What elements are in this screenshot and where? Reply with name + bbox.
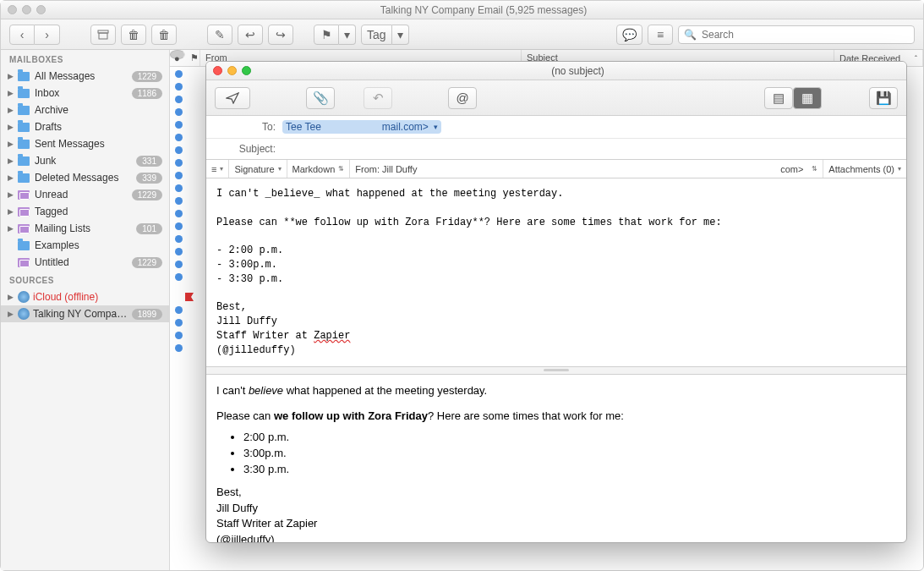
to-field[interactable]: Tee Tee mail.com> ▾ xyxy=(282,120,898,134)
globe-icon xyxy=(18,308,30,320)
unread-dot-icon xyxy=(175,96,183,103)
view-split-button[interactable]: ▦ xyxy=(793,87,822,109)
minimize-button[interactable] xyxy=(227,66,237,75)
to-label: To: xyxy=(215,121,282,133)
compose-title: (no subject) xyxy=(256,65,899,77)
sidebar-heading-mailboxes: MAILBOXES xyxy=(1,50,169,68)
sidebar-item-drafts[interactable]: ▶Drafts xyxy=(1,118,169,135)
sidebar-item-all-messages[interactable]: ▶All Messages1229 xyxy=(1,68,169,85)
folder-icon xyxy=(18,123,30,132)
junk-button[interactable]: 🗑 xyxy=(121,25,146,45)
window-title: Talking NY Company Email (5,925 messages… xyxy=(51,4,916,16)
traffic-dot-inactive[interactable] xyxy=(36,5,46,14)
smart-folder-icon xyxy=(18,207,30,217)
sidebar-source-talkingny[interactable]: ▶Talking NY Company…1899 xyxy=(1,305,169,322)
undo-button[interactable]: ↶ xyxy=(364,87,392,109)
compose-toolbar: 📎 ↶ @ ▤ ▦ 💾 xyxy=(206,80,906,116)
thread-button[interactable]: 💬 xyxy=(616,25,642,45)
unread-dot-icon xyxy=(175,248,183,255)
unread-dot-icon xyxy=(175,222,183,230)
mention-button[interactable]: @ xyxy=(448,87,477,109)
sidebar: MAILBOXES ▶All Messages1229 ▶Inbox1186 ▶… xyxy=(1,50,170,570)
flag-button[interactable]: ⚑ xyxy=(314,25,339,45)
sidebar-item-examples[interactable]: ▶Examples xyxy=(1,237,169,254)
reply-button[interactable]: ↩ xyxy=(238,25,263,45)
compose-button[interactable]: ✎ xyxy=(207,25,232,45)
unread-dot-icon xyxy=(175,108,183,116)
options-menu[interactable]: ≡▾ xyxy=(206,160,229,178)
traffic-dot-inactive[interactable] xyxy=(22,5,31,14)
sidebar-item-deleted[interactable]: ▶Deleted Messages339 xyxy=(1,169,169,186)
sidebar-heading-sources: SOURCES xyxy=(1,271,169,288)
from-menu[interactable]: From: Jill Duffycom>⇅ xyxy=(350,160,823,178)
folder-icon xyxy=(18,106,30,115)
unread-dot-icon xyxy=(175,273,183,281)
sidebar-source-icloud[interactable]: ▶iCloud (offline) xyxy=(1,288,169,305)
to-row: To: Tee Tee mail.com> ▾ xyxy=(206,116,906,139)
format-menu[interactable]: Markdown⇅ xyxy=(287,160,351,178)
forward-button[interactable]: › xyxy=(35,25,60,45)
forward-mail-button[interactable]: ↪ xyxy=(268,25,293,45)
zoom-button[interactable] xyxy=(242,66,251,75)
main-titlebar: Talking NY Company Email (5,925 messages… xyxy=(1,1,923,19)
sidebar-item-junk[interactable]: ▶Junk331 xyxy=(1,152,169,169)
chevron-down-icon[interactable]: ▾ xyxy=(434,123,438,131)
sidebar-item-unread[interactable]: ▶Unread1229 xyxy=(1,186,169,203)
save-draft-button[interactable]: 💾 xyxy=(869,87,898,109)
folder-icon xyxy=(18,241,30,250)
unread-dot-icon xyxy=(175,83,183,91)
unread-dot-icon xyxy=(175,184,183,192)
folder-icon xyxy=(18,140,30,149)
smart-folder-icon xyxy=(18,258,30,267)
search-field[interactable]: 🔍 xyxy=(678,25,915,44)
attachments-menu[interactable]: Attachments (0)▾ xyxy=(823,160,906,178)
unread-dot-icon xyxy=(175,235,183,243)
split-handle[interactable] xyxy=(206,366,906,375)
unread-dot-icon xyxy=(175,197,183,205)
unread-dot-icon xyxy=(175,159,183,167)
flag-menu[interactable]: ▾ xyxy=(339,25,356,45)
unread-dot-icon xyxy=(175,70,183,78)
preview-pane: I can't believe what happened at the mee… xyxy=(206,375,906,542)
folder-icon xyxy=(18,173,30,183)
unread-dot-icon xyxy=(175,134,183,141)
recipient-chip[interactable]: Tee Tee mail.com> ▾ xyxy=(282,120,441,134)
headers-button[interactable]: ≡ xyxy=(648,25,673,45)
traffic-dot-inactive[interactable] xyxy=(8,5,17,14)
svg-rect-1 xyxy=(99,33,107,39)
subject-label: Subject: xyxy=(215,143,282,155)
trash-button[interactable]: 🗑 xyxy=(151,25,177,45)
close-button[interactable] xyxy=(213,66,222,75)
compose-titlebar: (no subject) xyxy=(206,62,906,80)
main-toolbar: ‹ › 🗑 🗑 ✎ ↩ ↪ ⚑ ▾ Tag ▾ 💬 ≡ 🔍 xyxy=(1,19,923,50)
drag-handle-icon xyxy=(544,369,569,371)
message-status-strip xyxy=(170,67,195,570)
search-input[interactable] xyxy=(702,29,909,41)
sidebar-item-tagged[interactable]: ▶Tagged xyxy=(1,203,169,220)
unread-dot-icon xyxy=(175,172,183,179)
sidebar-item-archive[interactable]: ▶Archive xyxy=(1,102,169,118)
smart-folder-icon xyxy=(18,190,30,200)
flag-icon xyxy=(185,293,194,301)
signature-menu[interactable]: Signature▾ xyxy=(229,160,287,178)
sidebar-item-untitled[interactable]: ▶Untitled1229 xyxy=(1,254,169,271)
sidebar-item-mailinglists[interactable]: ▶Mailing Lists101 xyxy=(1,220,169,237)
unread-dot-icon xyxy=(175,306,183,314)
tag-button[interactable]: Tag xyxy=(361,25,392,45)
compose-options-bar: ≡▾ Signature▾ Markdown⇅ From: Jill Duffy… xyxy=(206,160,906,178)
back-button[interactable]: ‹ xyxy=(9,25,35,45)
markdown-editor[interactable]: I can't _believe_ what happened at the m… xyxy=(206,178,906,366)
send-button[interactable] xyxy=(215,87,250,109)
view-raw-button[interactable]: ▤ xyxy=(764,87,793,109)
archive-button[interactable] xyxy=(90,25,116,45)
subject-input[interactable] xyxy=(282,143,898,155)
attach-button[interactable]: 📎 xyxy=(306,87,335,109)
unread-dot-icon xyxy=(175,332,183,339)
col-read-status[interactable]: ● xyxy=(170,50,185,59)
sidebar-item-inbox[interactable]: ▶Inbox1186 xyxy=(1,85,169,102)
smart-folder-icon xyxy=(18,224,30,233)
sidebar-item-sent[interactable]: ▶Sent Messages xyxy=(1,135,169,152)
tag-menu[interactable]: ▾ xyxy=(392,25,409,45)
col-flag[interactable]: ⚑ xyxy=(185,50,200,66)
folder-icon xyxy=(18,89,30,98)
